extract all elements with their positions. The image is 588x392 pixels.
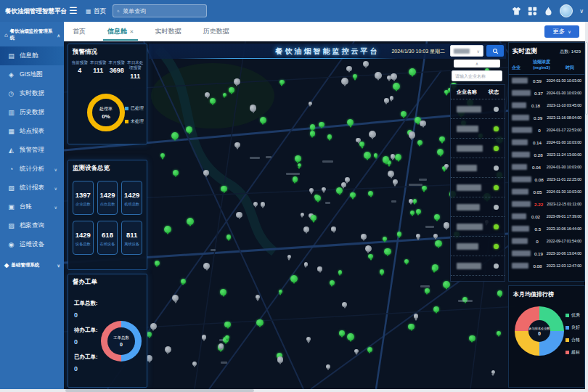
monitor-row[interactable]: 0.082023-12-03 12:47:00 — [509, 260, 584, 272]
sidebar-item-label: 预警管理 — [20, 146, 44, 155]
legend-label: 优秀 — [571, 312, 580, 319]
monitor-row[interactable]: 0.192023-10-06 13:04:00 — [509, 248, 584, 260]
company-row[interactable] — [451, 119, 505, 139]
menu-search-box[interactable] — [113, 4, 207, 17]
sidebar-item-7[interactable]: ▧统计报表∨ — [0, 179, 64, 197]
company-name-redacted — [512, 127, 532, 133]
chevron-down-icon[interactable]: ∨ — [579, 8, 584, 15]
tab-2[interactable]: 实时数据 — [155, 22, 181, 41]
sidebar-item-4[interactable]: ▦站点报表 — [0, 122, 64, 141]
home-button[interactable]: ▦ 首页 — [86, 7, 107, 16]
theme-shirt-icon[interactable] — [512, 7, 521, 16]
company-row[interactable] — [451, 237, 505, 256]
legend-label: 已处理 — [131, 105, 144, 112]
monitor-row[interactable]: 0.182023-11-10 03:45:00 — [509, 99, 584, 112]
timestamp: 2024-01-30 10:03:00 — [547, 78, 581, 83]
rank-legend: 优秀良好合格超标 — [565, 312, 580, 356]
sidebar-item-6[interactable]: ◔统计分析∨ — [0, 160, 64, 179]
more-label: 更多 — [552, 28, 565, 36]
company-row[interactable] — [451, 99, 505, 119]
search-icon — [117, 8, 120, 15]
horizontal-scrollbar-thumb[interactable] — [65, 389, 254, 392]
enterprise-name-input[interactable] — [455, 74, 499, 78]
chevron-down-icon: ∨ — [54, 205, 57, 210]
warning-stat: 本月预警3698 — [107, 60, 126, 80]
collapse-bar[interactable]: ∧ — [454, 60, 500, 68]
monitor-row[interactable]: 0.592024-01-30 10:03:00 — [509, 75, 584, 87]
enterprise-select[interactable]: ∨ — [450, 45, 483, 57]
status-dot — [494, 205, 499, 210]
company-name-redacted — [457, 184, 481, 191]
timestamp: 2024-01-30 10:03:00 — [547, 189, 581, 194]
tab-1[interactable]: 信息舱× — [107, 22, 134, 41]
monitor-row[interactable]: 0.142024-01-30 10:03:00 — [509, 136, 584, 149]
monitor-row[interactable]: 0.052024-01-30 10:03:00 — [509, 186, 584, 198]
company-row[interactable] — [451, 217, 505, 237]
legend-swatch — [565, 351, 569, 354]
density-value: 0.08 — [531, 177, 547, 182]
stat-value: 111 — [126, 73, 145, 80]
tab-label: 首页 — [73, 27, 86, 36]
company-row[interactable] — [451, 197, 505, 217]
monitor-row[interactable]: 02022-09-17 01:54:00 — [509, 235, 584, 248]
stat-label: 企业总数 — [73, 202, 93, 207]
sidebar-item-label: 统计报表 — [20, 184, 44, 192]
map-place-label — [221, 362, 227, 364]
sidebar-item-10[interactable]: ◉运维设备 — [0, 235, 64, 254]
legend-item: 优秀 — [565, 312, 580, 319]
monitor-row[interactable]: 02024-01-17 22:53:00 — [509, 124, 584, 136]
company-name-redacted — [512, 238, 528, 244]
monitor-row[interactable]: 0.52023-10-06 16:44:00 — [509, 223, 584, 235]
chevron-down-icon: ∨ — [57, 263, 60, 268]
density-value: 0.39 — [529, 115, 547, 121]
notification-flame-icon[interactable] — [544, 7, 553, 16]
sidebar-item-1[interactable]: ◈GIS地图 — [0, 65, 64, 84]
sidebar-group-bottom[interactable]: ◆ 基础管理系统 ∨ — [0, 256, 64, 274]
company-name-redacted — [512, 226, 529, 232]
monitor-row[interactable]: 0.022023-09-01 17:39:00 — [509, 211, 584, 223]
company-row[interactable] — [451, 256, 505, 276]
monitor-row[interactable]: 0.042024-01-30 10:03:00 — [509, 161, 584, 173]
enterprise-search-button[interactable] — [486, 45, 504, 57]
sidebar-item-8[interactable]: ▣台账∨ — [0, 197, 64, 216]
close-icon[interactable]: × — [130, 28, 134, 35]
sidebar-item-3[interactable]: ▥历史数据 — [0, 103, 64, 122]
timestamp: 2023-10-06 13:04:00 — [547, 251, 581, 256]
more-button[interactable]: 更多 ∨ — [544, 25, 579, 38]
monitor-row[interactable]: 0.282023-11-24 13:00:00 — [509, 149, 584, 161]
tab-3[interactable]: 历史数据 — [203, 22, 229, 41]
status-dot — [494, 224, 499, 229]
company-row[interactable] — [451, 158, 505, 178]
tabbar: 首页信息舱×实时数据历史数据 更多 ∨ — [64, 22, 585, 41]
company-row[interactable] — [451, 139, 505, 158]
rank-donut-label: 参与排名企业数 — [528, 327, 550, 330]
company-row[interactable] — [451, 178, 505, 197]
tab-0[interactable]: 首页 — [73, 22, 86, 41]
enterprise-name-field[interactable] — [452, 70, 502, 81]
sidebar-item-9[interactable]: ▨档案查询 — [0, 216, 64, 235]
monitor-row[interactable]: 2.222023-12-15 01:11:00 — [509, 198, 584, 211]
legend-swatch — [565, 314, 569, 317]
menu-icon: ▦ — [7, 128, 15, 135]
map-place-label — [458, 300, 472, 302]
company-name-redacted — [512, 90, 531, 96]
sidebar-menu: ▤信息舱◈GIS地图◷实时数据▥历史数据▦站点报表◭预警管理◔统计分析∨▧统计报… — [0, 46, 64, 254]
device-stat-box: 1397企业总数 — [73, 181, 94, 215]
vertical-scrollbar-thumb[interactable] — [585, 42, 588, 115]
apps-grid-icon[interactable] — [528, 7, 537, 16]
hamburger-menu-icon[interactable]: ☰ — [69, 5, 78, 16]
sidebar-group-top[interactable]: ⌂ 餐饮油烟监控管理系统 ∧ — [0, 22, 64, 46]
menu-search-input[interactable] — [123, 8, 203, 15]
sidebar-item-2[interactable]: ◷实时数据 — [0, 84, 64, 103]
monitor-row[interactable]: 0.392023-11-16 08:04:00 — [509, 112, 584, 124]
user-avatar[interactable] — [560, 4, 573, 17]
density-value: 0.14 — [528, 140, 547, 145]
monitor-row[interactable]: 0.082023-11-01 22:25:00 — [509, 173, 584, 186]
column-density: 油烟浓度 (mg/m3) — [531, 60, 552, 71]
sidebar-item-label: 台账 — [20, 203, 32, 211]
sidebar-item-0[interactable]: ▤信息舱 — [0, 46, 64, 65]
monitor-row[interactable]: 0.372024-01-30 10:03:00 — [509, 87, 584, 99]
sidebar-item-5[interactable]: ◭预警管理 — [0, 141, 64, 160]
chevron-up-icon: ∧ — [475, 61, 478, 66]
stat-value: 1429 — [73, 231, 93, 239]
